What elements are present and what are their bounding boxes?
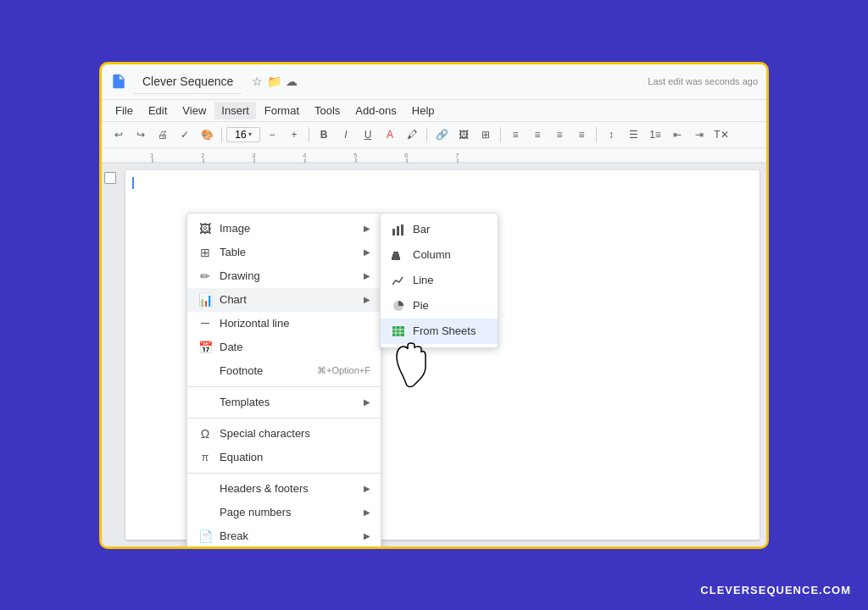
menu-divider-1 bbox=[187, 386, 381, 387]
svg-rect-23 bbox=[392, 326, 404, 336]
insert-date-item[interactable]: 📅 Date bbox=[187, 336, 381, 359]
insert-special-chars-item[interactable]: Ω Special characters bbox=[187, 422, 381, 446]
svg-rect-17 bbox=[397, 226, 399, 236]
bullet-list-btn[interactable]: ☰ bbox=[623, 125, 643, 145]
headers-footers-arrow-icon: ▶ bbox=[364, 484, 370, 493]
insert-hline-item[interactable]: — Horizontal line bbox=[187, 312, 381, 336]
text-cursor bbox=[132, 177, 134, 189]
chart-from-sheets-item[interactable]: From Sheets bbox=[381, 319, 498, 344]
star-icon[interactable]: ☆ bbox=[252, 75, 263, 88]
toolbar-divider-2 bbox=[309, 127, 309, 142]
content-area: 🖼 Image ▶ ⊞ Table ▶ ✏ Drawing ▶ 📊 Chart … bbox=[102, 164, 766, 546]
special-chars-menu-icon: Ω bbox=[198, 426, 213, 441]
redo-btn[interactable]: ↪ bbox=[131, 125, 151, 145]
pie-chart-label: Pie bbox=[413, 299, 429, 312]
watermark: CLEVERSEQUENCE.COM bbox=[700, 584, 851, 596]
equation-menu-label: Equation bbox=[220, 451, 370, 463]
align-right-btn[interactable]: ≡ bbox=[549, 125, 570, 145]
document-title: Clever Sequence bbox=[134, 69, 242, 94]
drawing-arrow-icon: ▶ bbox=[364, 271, 370, 280]
app-window: Clever Sequence ☆ 📁 ☁ Last edit was seco… bbox=[99, 62, 769, 549]
bar-chart-label: Bar bbox=[413, 223, 430, 236]
underline-btn[interactable]: U bbox=[358, 125, 378, 145]
menu-file[interactable]: File bbox=[108, 102, 140, 119]
clear-format-btn[interactable]: T✕ bbox=[711, 125, 732, 145]
highlight-btn[interactable]: 🖍 bbox=[402, 125, 422, 145]
toolbar: ↩ ↪ 🖨 ✓ 🎨 16 ▾ − + B I U A 🖍 🔗 🖼 ⊞ ≡ ≡ ≡… bbox=[102, 122, 766, 148]
insert-headers-footers-item[interactable]: Headers & footers ▶ bbox=[187, 477, 381, 501]
spellcheck-btn[interactable]: ✓ bbox=[175, 125, 195, 145]
insert-footnote-item[interactable]: Footnote ⌘+Option+F bbox=[187, 359, 381, 383]
chart-bar-item[interactable]: Bar bbox=[381, 217, 498, 242]
align-center-btn[interactable]: ≡ bbox=[527, 125, 548, 145]
special-chars-menu-label: Special characters bbox=[220, 427, 370, 440]
line-spacing-btn[interactable]: ↕ bbox=[601, 125, 621, 145]
menu-edit[interactable]: Edit bbox=[142, 102, 174, 119]
toolbar-divider-3 bbox=[426, 127, 427, 142]
drawing-menu-icon: ✏ bbox=[198, 269, 213, 284]
page-thumbnail bbox=[104, 172, 116, 184]
headers-footers-menu-label: Headers & footers bbox=[220, 482, 357, 495]
font-size-value: 16 bbox=[235, 129, 246, 141]
chart-pie-item[interactable]: Pie bbox=[381, 293, 498, 319]
column-chart-icon bbox=[391, 247, 406, 263]
image-arrow-icon: ▶ bbox=[364, 224, 370, 233]
chart-column-item[interactable]: Column bbox=[381, 242, 498, 268]
italic-btn[interactable]: I bbox=[336, 125, 356, 145]
insert-table-item[interactable]: ⊞ Table ▶ bbox=[187, 241, 381, 264]
indent-btn[interactable]: ⇥ bbox=[689, 125, 709, 145]
insert-equation-item[interactable]: π Equation bbox=[187, 446, 381, 469]
title-bar: Clever Sequence ☆ 📁 ☁ Last edit was seco… bbox=[102, 64, 766, 100]
menu-format[interactable]: Format bbox=[258, 102, 306, 119]
insert-image-item[interactable]: 🖼 Image ▶ bbox=[187, 217, 381, 241]
svg-text:4: 4 bbox=[303, 152, 307, 159]
align-justify-btn[interactable]: ≡ bbox=[571, 125, 592, 145]
paint-format-btn[interactable]: 🎨 bbox=[197, 125, 217, 145]
date-menu-icon: 📅 bbox=[198, 340, 213, 355]
svg-rect-18 bbox=[401, 225, 403, 236]
toolbar-divider-5 bbox=[596, 127, 597, 142]
outdent-btn[interactable]: ⇤ bbox=[667, 125, 687, 145]
insert-dropdown-menu: 🖼 Image ▶ ⊞ Table ▶ ✏ Drawing ▶ 📊 Chart … bbox=[186, 213, 381, 546]
templates-arrow-icon: ▶ bbox=[364, 397, 370, 407]
font-size-box[interactable]: 16 ▾ bbox=[226, 127, 260, 142]
menu-insert[interactable]: Insert bbox=[214, 102, 256, 119]
folder-icon[interactable]: 📁 bbox=[267, 75, 281, 88]
chart-submenu: Bar Column bbox=[380, 213, 498, 348]
table-menu-icon: ⊞ bbox=[198, 245, 213, 260]
link-btn[interactable]: 🔗 bbox=[431, 125, 452, 145]
image-menu-icon: 🖼 bbox=[198, 221, 213, 236]
equation-menu-icon: π bbox=[198, 450, 213, 465]
insert-chart-item[interactable]: 📊 Chart ▶ bbox=[187, 288, 381, 312]
svg-text:1: 1 bbox=[150, 152, 154, 159]
toolbar-divider-4 bbox=[500, 127, 501, 142]
font-size-increase[interactable]: + bbox=[284, 125, 304, 145]
menu-addons[interactable]: Add-ons bbox=[348, 102, 403, 119]
last-edit-label: Last edit was seconds ago bbox=[648, 76, 758, 86]
undo-btn[interactable]: ↩ bbox=[108, 125, 129, 145]
numbered-list-btn[interactable]: 1≡ bbox=[645, 125, 665, 145]
insert-templates-item[interactable]: Templates ▶ bbox=[187, 391, 381, 414]
text-color-btn[interactable]: A bbox=[380, 125, 400, 145]
templates-menu-icon bbox=[198, 395, 213, 410]
doc-icon bbox=[110, 73, 127, 90]
cloud-icon[interactable]: ☁ bbox=[286, 75, 298, 88]
menu-tools[interactable]: Tools bbox=[308, 102, 347, 119]
break-arrow-icon: ▶ bbox=[364, 531, 370, 541]
insert-page-numbers-item[interactable]: Page numbers ▶ bbox=[187, 501, 381, 524]
bold-btn[interactable]: B bbox=[314, 125, 334, 145]
footnote-menu-icon bbox=[198, 363, 213, 379]
table-btn[interactable]: ⊞ bbox=[476, 125, 496, 145]
menu-help[interactable]: Help bbox=[405, 102, 442, 119]
chart-line-item[interactable]: Line bbox=[381, 268, 498, 293]
insert-break-item[interactable]: 📄 Break ▶ bbox=[187, 524, 381, 546]
image-btn[interactable]: 🖼 bbox=[453, 125, 474, 145]
menu-view[interactable]: View bbox=[175, 102, 213, 119]
chart-menu-icon: 📊 bbox=[198, 292, 213, 308]
align-left-btn[interactable]: ≡ bbox=[505, 125, 526, 145]
svg-rect-16 bbox=[392, 229, 395, 236]
insert-drawing-item[interactable]: ✏ Drawing ▶ bbox=[187, 264, 381, 288]
page-numbers-arrow-icon: ▶ bbox=[364, 507, 370, 517]
print-btn[interactable]: 🖨 bbox=[153, 125, 173, 145]
font-size-decrease[interactable]: − bbox=[262, 125, 282, 145]
